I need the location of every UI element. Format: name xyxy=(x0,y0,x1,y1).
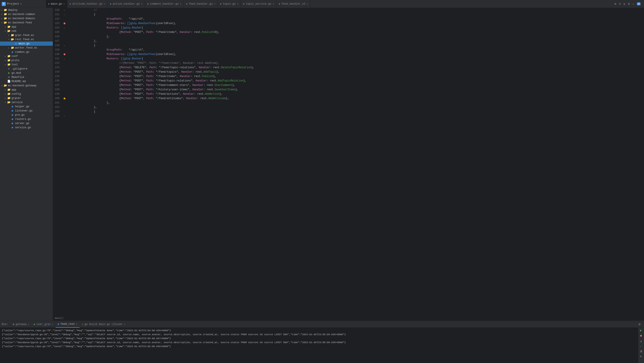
tab-action_handler-go[interactable]: ●action_handler.go✕ xyxy=(108,0,145,8)
run-tab-close[interactable]: ✕ xyxy=(28,323,29,326)
tab-close[interactable]: ✕ xyxy=(272,2,274,5)
tab-label: action_handler.go xyxy=(113,2,140,6)
fold-marker[interactable]: ▸ xyxy=(64,9,65,12)
code-line: {Method: "DELETE", Path: "/feed/topic-re… xyxy=(68,65,644,70)
stop-icon[interactable]: ■ xyxy=(640,334,642,338)
sidebar-item-app[interactable]: ▸📁app xyxy=(0,25,53,29)
line-number: 188 xyxy=(55,43,60,48)
sidebar-item-rest-feed-ec[interactable]: ▾📂rest.feed.ec xyxy=(0,37,53,42)
code-line: GroupPath: "/api/v1", xyxy=(68,48,644,52)
console-line: {"caller":"database/pgv10.go:35","level"… xyxy=(2,340,637,344)
sidebar-item-ec-backend-domain[interactable]: ▸📁ec-backend-domain xyxy=(0,16,53,20)
sort-icon[interactable]: ⇅ xyxy=(624,2,625,6)
tab-close[interactable]: ✕ xyxy=(104,2,105,5)
tab-close[interactable]: ✕ xyxy=(141,2,143,5)
sidebar-item-common-go[interactable]: ◉common.go xyxy=(0,50,53,54)
tab-close[interactable]: ✕ xyxy=(237,2,238,5)
code-line: {Method: "POST", Path: "/history/user-it… xyxy=(68,88,644,92)
run-tab-gateway[interactable]: ▶gateway✕ xyxy=(11,321,32,328)
folder-arrow: ▸ xyxy=(7,34,10,37)
folder-icon: 📁 xyxy=(4,12,7,16)
sidebar-item-conf[interactable]: ▸📁conf xyxy=(0,54,53,58)
run-tab-close[interactable]: ✕ xyxy=(124,323,126,326)
sidebar-item--gitignore[interactable]: ⚙.gitignore xyxy=(0,67,53,71)
run-tab-user_grpc[interactable]: ▶user_grpc✕ xyxy=(32,321,56,328)
tree-item-label: common.go xyxy=(15,50,29,54)
sidebar-item-ec-backend-feed[interactable]: ▾📂ec-backend-feed xyxy=(0,20,53,25)
tab-close[interactable]: ✕ xyxy=(214,2,216,5)
tab-feed_handler-go[interactable]: ●feed_handler.go✕ xyxy=(184,0,218,8)
sidebar-item-pre-go[interactable]: ◉pre.go xyxy=(0,113,53,117)
gear-icon[interactable]: ⚙ xyxy=(628,2,630,6)
menu-icon[interactable]: ≡ xyxy=(619,2,620,6)
tab-close[interactable]: ✕ xyxy=(306,2,308,5)
console-settings-icon[interactable]: ⚙ xyxy=(637,322,642,326)
line-number: 182 xyxy=(55,17,60,21)
tab-topic-go[interactable]: ●topic.go✕ xyxy=(218,0,241,8)
tree-item-label: routers.go xyxy=(15,118,31,121)
tab-close[interactable]: ✕ xyxy=(64,2,65,5)
tree-item-label: service xyxy=(12,101,22,104)
go-file-icon: ◉ xyxy=(10,109,14,112)
sidebar-item-grpc-feed-ec[interactable]: ▸📁grpc.feed.ec xyxy=(0,33,53,37)
gutter-cell xyxy=(62,92,67,96)
sidebar-item-ec-backend-gateway[interactable]: ▾📂ec-backend-gateway xyxy=(0,84,53,88)
sidebar-item-app[interactable]: ▸📁app xyxy=(0,88,53,92)
fold-marker[interactable]: ▸ xyxy=(64,58,65,60)
line-number: 186 xyxy=(55,34,60,39)
tab-close[interactable]: ✕ xyxy=(180,2,182,5)
sidebar-item-tool[interactable]: ▸📁tool xyxy=(0,62,53,67)
tab-comment_handler-go[interactable]: ●comment_handler.go✕ xyxy=(145,0,184,8)
fold-marker[interactable]: ▸ xyxy=(64,44,65,47)
sidebar-item-deploy[interactable]: ▸📁deploy xyxy=(0,8,53,12)
tab-main-go[interactable]: ●main.go✕ xyxy=(46,0,67,8)
folder-arrow: ▸ xyxy=(0,9,4,12)
console-area[interactable]: {"caller":"repo/source_repo.go:75","leve… xyxy=(0,328,638,363)
minimize-icon[interactable]: — xyxy=(632,2,634,6)
title-bar: P Project ▾ ●main.go✕●attitude_handler.g… xyxy=(0,0,644,8)
sidebar-item-README-md[interactable]: 📄README.md xyxy=(0,79,53,84)
clear-icon[interactable]: 🗑 xyxy=(640,350,643,353)
folder-icon: 📁 xyxy=(7,59,10,62)
fold-marker[interactable]: ▸ xyxy=(64,27,65,29)
sidebar-item-proto[interactable]: ▸📁proto xyxy=(0,58,53,62)
run-tab-close[interactable]: ✕ xyxy=(52,323,54,326)
settings-icon[interactable]: ⊕ xyxy=(614,2,616,6)
tab-attitude_handler-go[interactable]: ●attitude_handler.go✕ xyxy=(67,0,108,8)
project-dropdown-arrow[interactable]: ▾ xyxy=(20,3,22,5)
line-number: 189 xyxy=(55,48,60,52)
line-number: 195 xyxy=(55,74,60,78)
run-tab-go-build-main.go-(3)user[interactable]: ⚠go build main.go (3)user✕ xyxy=(80,321,128,328)
run-tab-feed_rest[interactable]: ▶feed_rest✕ xyxy=(56,321,80,328)
line-number: 191 xyxy=(55,56,60,61)
fold-marker[interactable]: ▸ xyxy=(64,14,65,16)
settings-run-icon[interactable]: ⚙ xyxy=(640,355,642,358)
sidebar-item-server-go[interactable]: ◉server.go xyxy=(0,121,53,126)
sidebar-item-Makefile[interactable]: ⚒Makefile xyxy=(0,75,53,79)
run-tab-close[interactable]: ✕ xyxy=(76,322,78,326)
sidebar-item-go-mod[interactable]: ◉go.mod xyxy=(0,71,53,75)
sidebar-item-routers-go[interactable]: ◉routers.go xyxy=(0,117,53,121)
sidebar-item-helper-go[interactable]: ◉helper.go xyxy=(0,104,53,109)
sidebar-item-service[interactable]: ▾📂service xyxy=(0,100,53,104)
sidebar-item-grpcer[interactable]: ▸📁grpcer xyxy=(0,96,53,100)
sidebar-item-ec-backend-common[interactable]: ▸📁ec-backend-common xyxy=(0,12,53,16)
sidebar-item-main-go[interactable]: ◉main.go xyxy=(0,42,53,46)
fold-marker[interactable]: ▸ xyxy=(64,115,65,118)
go-file-icon: ◉ xyxy=(10,50,14,54)
readme-icon: 📄 xyxy=(7,80,10,83)
line-number: 196 xyxy=(55,78,60,83)
rerun-icon[interactable]: ↺ xyxy=(640,339,642,343)
sidebar-item-service-go[interactable]: ◉service.go xyxy=(0,126,53,130)
code-editor[interactable]: 1801811821831841851861871881891901911921… xyxy=(53,8,644,316)
run-icon[interactable]: ▶ xyxy=(640,328,642,332)
sidebar-item-worker-feed-ec[interactable]: ▸📁worker.feed.ec xyxy=(0,46,53,50)
tab-topic_service-go[interactable]: ●topic_service.go✕ xyxy=(241,0,276,8)
console-line: {"caller":"database/pgv10.go:35","level"… xyxy=(2,332,637,336)
sidebar-item-listener-go[interactable]: ◉listener.go xyxy=(0,109,53,113)
sidebar-item-config[interactable]: ▸📁config xyxy=(0,92,53,96)
tree-item-label: pre.go xyxy=(15,114,24,116)
tab-feed_handler_v2[interactable]: ●feed_handler_v2✕ xyxy=(276,0,310,8)
scroll-icon[interactable]: ↓ xyxy=(640,345,642,348)
sidebar-item-cmd[interactable]: ▾📂cmd xyxy=(0,29,53,33)
